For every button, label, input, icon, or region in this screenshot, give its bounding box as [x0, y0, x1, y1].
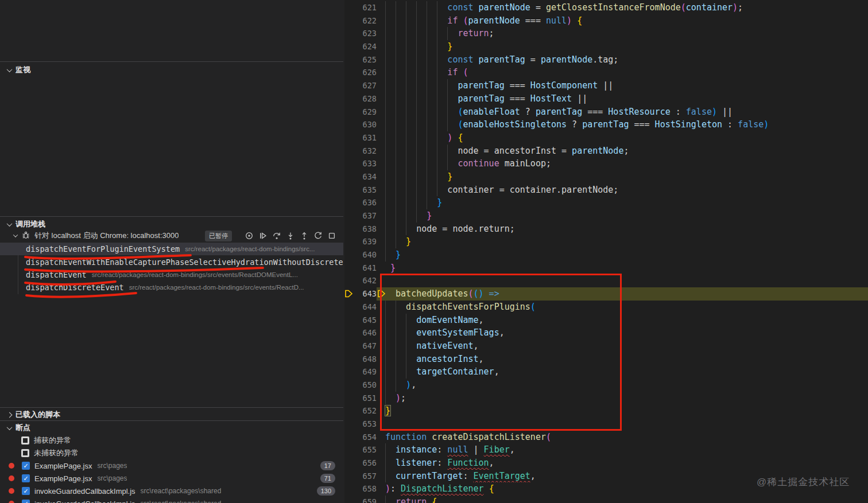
- glyph-margin[interactable]: [344, 131, 357, 145]
- code-content[interactable]: }: [377, 209, 868, 223]
- glyph-margin[interactable]: [344, 301, 357, 314]
- code-line[interactable]: 631) {: [344, 131, 868, 145]
- code-content[interactable]: targetContainer,: [377, 365, 868, 379]
- code-line[interactable]: 623return;: [344, 27, 868, 40]
- line-number[interactable]: 645: [357, 314, 377, 327]
- stack-frame[interactable]: dispatchEventsrc/react/packages/react-do…: [0, 268, 343, 281]
- code-content[interactable]: domEventName,: [377, 314, 868, 327]
- code-content[interactable]: }: [377, 170, 868, 184]
- code-line[interactable]: 639}: [344, 235, 868, 248]
- code-content[interactable]: instance: null | Fiber,: [377, 443, 868, 457]
- code-content[interactable]: ›return {…: [377, 496, 868, 503]
- code-line[interactable]: 651);: [344, 392, 868, 405]
- debug-session-row[interactable]: 针对 localhost 启动 Chrome: localhost:3000 已…: [0, 229, 343, 242]
- checkbox-unchecked[interactable]: [21, 449, 29, 457]
- line-number[interactable]: 639: [357, 235, 377, 248]
- code-content[interactable]: container = container.parentNode;: [377, 184, 868, 197]
- checkbox-unchecked[interactable]: [21, 436, 29, 444]
- glyph-margin[interactable]: [344, 365, 357, 379]
- glyph-margin[interactable]: [344, 79, 357, 92]
- glyph-margin[interactable]: [344, 1, 357, 14]
- code-content[interactable]: const parentTag = parentNode.tag;: [377, 53, 868, 67]
- glyph-margin[interactable]: [344, 470, 357, 483]
- code-line[interactable]: 630(enableHostSingletons ? parentTag ===…: [344, 118, 868, 131]
- glyph-margin[interactable]: [344, 314, 357, 327]
- line-number[interactable]: 650: [357, 379, 377, 392]
- glyph-margin[interactable]: [344, 223, 357, 236]
- code-content[interactable]: node = ancestorInst = parentNode;: [377, 145, 868, 158]
- code-line[interactable]: 636}: [344, 196, 868, 209]
- glyph-margin[interactable]: [344, 404, 357, 418]
- glyph-margin[interactable]: [344, 262, 357, 275]
- checkbox-checked[interactable]: ✓: [22, 462, 30, 470]
- line-number[interactable]: 644: [357, 301, 377, 314]
- glyph-margin[interactable]: [344, 431, 357, 444]
- glyph-margin[interactable]: [344, 235, 357, 248]
- code-line[interactable]: 633continue mainLoop;: [344, 157, 868, 170]
- line-number[interactable]: 636: [357, 196, 377, 209]
- code-content[interactable]: ) {: [377, 131, 868, 145]
- line-number[interactable]: 635: [357, 184, 377, 197]
- code-line[interactable]: 627parentTag === HostComponent ||: [344, 79, 868, 92]
- glyph-margin[interactable]: [344, 340, 357, 353]
- code-line[interactable]: 657currentTarget: EventTarget,: [344, 470, 868, 483]
- line-number[interactable]: 626: [357, 66, 377, 79]
- code-line[interactable]: 648ancestorInst,: [344, 353, 868, 366]
- stack-frame[interactable]: dispatchDiscreteEventsrc/react/packages/…: [0, 281, 343, 294]
- line-number[interactable]: 653: [357, 418, 377, 431]
- code-line[interactable]: 624}: [344, 40, 868, 53]
- glyph-margin[interactable]: [344, 170, 357, 184]
- code-line[interactable]: 626if (: [344, 66, 868, 79]
- breakpoint-row[interactable]: ✓invokeGuardedCallbackImpl.jssrc\react\p…: [0, 497, 343, 503]
- code-line[interactable]: 650),: [344, 379, 868, 392]
- line-number[interactable]: 628: [357, 92, 377, 106]
- code-line[interactable]: 635container = container.parentNode;: [344, 184, 868, 197]
- code-content[interactable]: ancestorInst,: [377, 353, 868, 366]
- exception-breakpoint-row[interactable]: 捕获的异常: [0, 434, 343, 447]
- code-content[interactable]: listener: Function,: [377, 457, 868, 470]
- code-line[interactable]: 645domEventName,: [344, 314, 868, 327]
- line-number[interactable]: 651: [357, 392, 377, 405]
- stack-frame[interactable]: dispatchEventWithEnableCapturePhaseSelec…: [0, 255, 343, 268]
- line-number[interactable]: 656: [357, 457, 377, 470]
- code-content[interactable]: parentTag === HostComponent ||: [377, 79, 868, 92]
- glyph-margin[interactable]: [344, 145, 357, 158]
- line-number[interactable]: 642: [357, 274, 377, 287]
- glyph-margin[interactable]: [344, 379, 357, 392]
- code-line[interactable]: 637}: [344, 209, 868, 223]
- code-content[interactable]: (enableFloat ? parentTag === HostResourc…: [377, 106, 868, 119]
- code-content[interactable]: [377, 418, 868, 431]
- code-content[interactable]: }: [377, 40, 868, 53]
- paused-arrow-icon[interactable]: [344, 287, 357, 301]
- glyph-margin[interactable]: [344, 209, 357, 223]
- code-line[interactable]: 656listener: Function,: [344, 457, 868, 470]
- code-content[interactable]: }: [377, 235, 868, 248]
- code-line[interactable]: 643batchedUpdates(() =>: [344, 287, 868, 301]
- code-line[interactable]: 632node = ancestorInst = parentNode;: [344, 145, 868, 158]
- line-number[interactable]: 622: [357, 14, 377, 28]
- line-number[interactable]: 641: [357, 262, 377, 275]
- code-content[interactable]: parentTag === HostText ||: [377, 92, 868, 106]
- continue-icon[interactable]: [258, 231, 268, 241]
- line-number[interactable]: 647: [357, 340, 377, 353]
- code-line[interactable]: 628parentTag === HostText ||: [344, 92, 868, 106]
- code-line[interactable]: 621const parentNode = getClosestInstance…: [344, 1, 868, 14]
- glyph-margin[interactable]: [344, 496, 357, 503]
- glyph-margin[interactable]: [344, 274, 357, 287]
- code-content[interactable]: );: [377, 392, 868, 405]
- glyph-margin[interactable]: [344, 418, 357, 431]
- line-number[interactable]: 633: [357, 157, 377, 170]
- code-line[interactable]: 629(enableFloat ? parentTag === HostReso…: [344, 106, 868, 119]
- code-content[interactable]: if (parentNode === null) {: [377, 14, 868, 28]
- line-number[interactable]: 646: [357, 326, 377, 340]
- line-number[interactable]: 624: [357, 40, 377, 53]
- checkbox-checked[interactable]: ✓: [22, 487, 30, 495]
- glyph-margin[interactable]: [344, 66, 357, 79]
- glyph-margin[interactable]: [344, 326, 357, 340]
- line-number[interactable]: 654: [357, 431, 377, 444]
- line-number[interactable]: 623: [357, 27, 377, 40]
- section-call-stack[interactable]: 调用堆栈: [0, 218, 343, 231]
- code-content[interactable]: currentTarget: EventTarget,: [377, 470, 868, 483]
- stack-frame[interactable]: dispatchEventForPluginEventSystemsrc/rea…: [0, 243, 343, 255]
- glyph-margin[interactable]: [344, 27, 357, 40]
